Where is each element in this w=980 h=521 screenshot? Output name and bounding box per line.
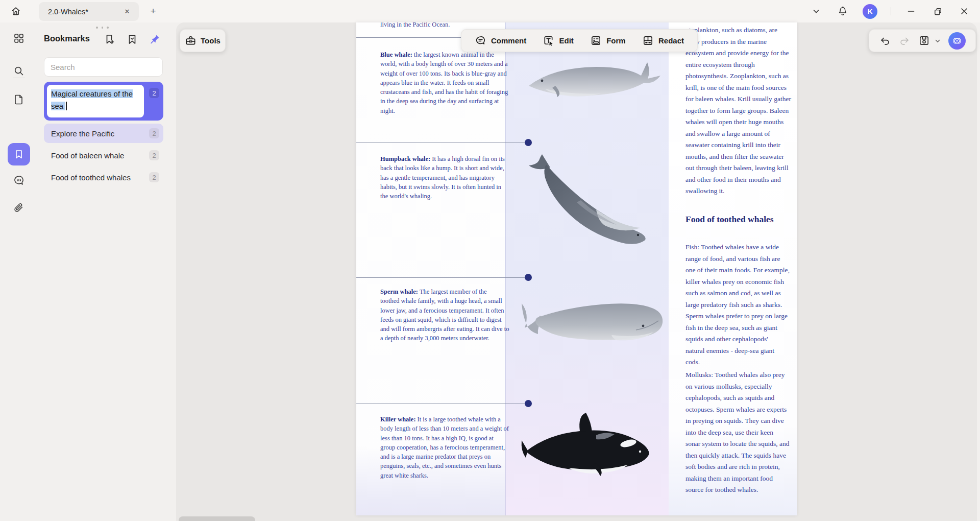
comment-icon [475,35,486,46]
text-line: into the deep sea, use their keen [685,427,795,439]
killer-whale-image [520,412,657,485]
text-line: habits, but it swims slowly. It is often… [380,182,499,192]
save-options-chevron-icon[interactable] [934,35,941,47]
mode-toolbar: Comment Edit Form Redact [461,29,698,52]
timeline-dot [525,400,532,407]
comment-button[interactable]: Comment [475,35,526,46]
text-line: mouths, and then filter the seawater [685,151,795,163]
bottom-toolbar-peek [179,516,255,521]
quick-actions-toolbar [869,29,976,52]
bookmark-item-label: Explore the Pacific [51,129,149,138]
apps-grid-icon[interactable] [12,32,26,45]
chevron-down-icon[interactable] [810,5,823,18]
text-line: lower jaw, and a ferocious temperament. … [380,306,499,315]
timeline-dot [525,274,532,281]
redact-label: Redact [658,36,684,45]
text-caret [66,102,67,110]
timeline-dot [525,139,532,146]
bookmark-search[interactable] [44,57,163,77]
tab-close-icon[interactable]: ✕ [121,6,133,17]
bookmarks-panel-icon-active[interactable] [8,143,30,165]
bookmark-item-count: 2 [149,150,159,160]
save-icon[interactable] [918,35,930,47]
mollusks-paragraph: Mollusks: Toothed whales also preyon var… [685,369,795,496]
title-bar: 2.0-Whales* ✕ + K [0,0,980,22]
text-line: then quickly attack. The squids have [685,450,795,462]
text-line: body length of less than 10 meters and a… [380,424,499,433]
plankton-paragraph: ytoplankton, such as diatoms, aremary pr… [685,25,795,197]
text-line: fish in the deep sea, such as giant [685,322,795,334]
bookmark-item[interactable]: Explore the Pacific 2 [44,124,163,143]
bookmark-item-label: Food of baleen whale [51,151,149,160]
tools-button[interactable]: Tools [180,29,226,52]
bookmark-item[interactable]: Food of toothed whales 2 [44,168,163,187]
new-tab-button[interactable]: + [147,5,159,17]
home-icon [10,6,21,17]
text-line: such as salmon and cod, as well as [685,288,795,299]
bookmark-rename-line2: sea [51,102,65,110]
bookmark-search-input[interactable] [51,63,156,72]
bookmark-rename-input[interactable]: Magical creatures of the sea [47,85,144,117]
text-line: on various mollusks, especially [685,381,795,393]
text-line: swallowing it. [685,185,795,197]
text-line: large predatory fish such as sharks. [685,299,795,311]
text-line: krill, is one of the main food sources [685,82,795,94]
form-icon [590,35,602,46]
minimize-button[interactable] [904,5,918,18]
bookmark-item[interactable]: Food of baleen whale 2 [44,146,163,165]
bookmark-item-editing[interactable]: Magical creatures of the sea 2 [44,82,163,121]
text-line: toothed whale family, with a huge head, … [380,296,499,305]
attachments-panel-icon[interactable] [12,201,26,215]
undo-icon[interactable] [879,35,891,47]
text-line: source for toothed whales. [685,484,795,496]
text-line: has a gentle temperament, and has migrat… [380,173,499,182]
home-button[interactable] [7,3,24,20]
text-line: night. [380,106,499,115]
ai-assistant-button[interactable] [948,32,966,50]
bookmark-expand-icon[interactable] [126,33,139,46]
close-button[interactable] [958,5,971,18]
text-line: for baleen whales. Krill usually gather [685,93,795,105]
text-line: the world's whaling. [380,192,499,201]
column-boundary-line [505,22,506,515]
bookmark-list: Explore the Pacific 2 Food of baleen wha… [44,124,163,190]
food-of-toothed-whales-heading: Food of toothed whales [685,214,774,225]
redact-icon [642,35,654,46]
text-line: and other food in their mouths and [685,174,795,186]
killer-whale-label: Killer whale: [380,416,416,423]
text-line: mary producers in the marine [685,36,795,48]
pin-panel-icon[interactable] [148,33,161,46]
search-panel-icon[interactable] [12,64,26,78]
text-line: feeds on giant squid, which is difficult… [380,315,499,324]
user-avatar[interactable]: K [863,4,877,19]
tab-title: 2.0-Whales* [48,8,121,16]
text-line: ytoplankton, such as diatoms, are [685,25,795,36]
text-line: Fish: Toothed whales have a wide [685,242,795,253]
text-line: one of their main foods. For example, [685,265,795,276]
panel-drag-handle[interactable] [96,27,109,29]
notification-bell-icon[interactable] [836,5,849,18]
form-button[interactable]: Form [590,35,626,46]
sperm-whale-label: Sperm whale: [380,288,418,295]
section-divider [356,277,528,278]
panel-title: Bookmarks [44,34,90,43]
blue-whale-paragraph: Blue whale:the largest known animal in t… [380,50,499,115]
edit-button[interactable]: Edit [543,35,573,46]
text-line: Sperm whales prefer to prey on large [685,311,795,322]
redo-icon[interactable] [898,35,911,47]
bookmark-item-count: 2 [149,88,159,98]
pages-panel-icon[interactable] [12,93,26,106]
text-line: less than 10 tons. It has a high IQ, is … [380,434,499,443]
document-tab[interactable]: 2.0-Whales* ✕ [39,2,139,21]
add-bookmark-icon[interactable] [103,33,116,46]
text-line: group cooperation, has a ferocious tempe… [380,443,499,452]
text-line: appears blue in the water. It feeds on s… [380,78,499,87]
pdf-editor-window: 2.0-Whales* ✕ + K [0,0,980,521]
fish-paragraph: Fish: Toothed whales have a widerange of… [685,242,795,368]
restore-button[interactable] [931,5,944,18]
text-line: and is a large marine predator that prey… [380,452,499,461]
comments-panel-icon[interactable] [12,174,26,187]
redact-button[interactable]: Redact [642,35,684,46]
text-line: octopuses. Sperm whales are experts [685,404,795,416]
pdf-page[interactable]: living in the Pacific Ocean. Blue whale:… [356,22,797,515]
